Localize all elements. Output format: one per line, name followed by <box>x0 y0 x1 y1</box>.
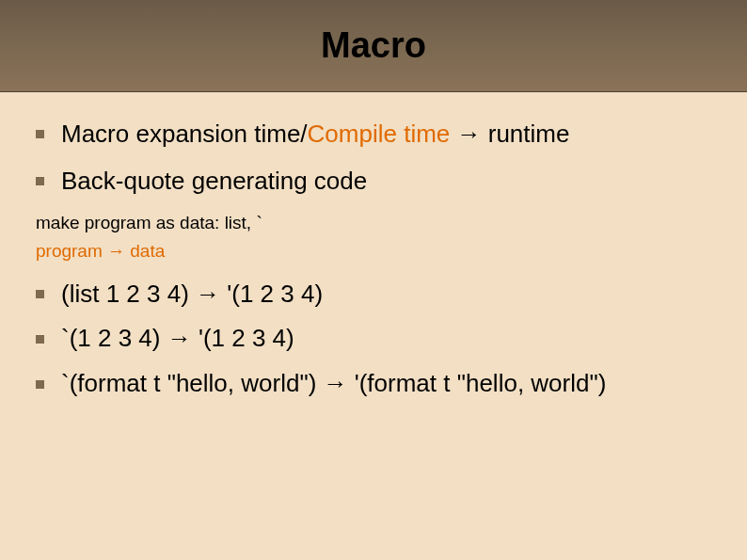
bullet-icon <box>36 335 44 344</box>
bullet-text: `(1 2 3 4) → '(1 2 3 4) <box>61 323 294 355</box>
bullet-icon <box>36 130 44 138</box>
bullet-text: Back-quote generating code <box>61 166 367 198</box>
bullet-text: (list 1 2 3 4) → '(1 2 3 4) <box>61 279 323 311</box>
bullet-item: (list 1 2 3 4) → '(1 2 3 4) <box>36 279 711 311</box>
bullet-part: Macro expansion time/ <box>61 120 308 148</box>
bullet-part: Back-quote generating code <box>61 167 367 195</box>
bullet-item: Macro expansion time/Compile time → runt… <box>36 119 711 151</box>
slide: Macro Macro expansion time/Compile time … <box>0 0 747 560</box>
slide-content: Macro expansion time/Compile time → runt… <box>0 92 747 400</box>
bullet-item: `(format t "hello, world") → '(format t … <box>36 368 711 400</box>
bullet-item: Back-quote generating code <box>36 166 711 198</box>
note-line: make program as data: list, ` <box>36 213 711 233</box>
bullet-text: `(format t "hello, world") → '(format t … <box>61 368 606 400</box>
title-band: Macro <box>0 0 747 92</box>
bullet-text: Macro expansion time/Compile time → runt… <box>61 119 569 151</box>
bullet-icon <box>36 380 44 389</box>
bullet-item: `(1 2 3 4) → '(1 2 3 4) <box>36 323 711 355</box>
slide-title: Macro <box>321 25 426 66</box>
bullet-part-highlight: Compile time <box>308 120 451 148</box>
bullet-icon <box>36 290 44 298</box>
bullet-part: → runtime <box>450 120 569 148</box>
bullet-icon <box>36 177 44 185</box>
note-line-highlight: program → data <box>36 241 711 262</box>
